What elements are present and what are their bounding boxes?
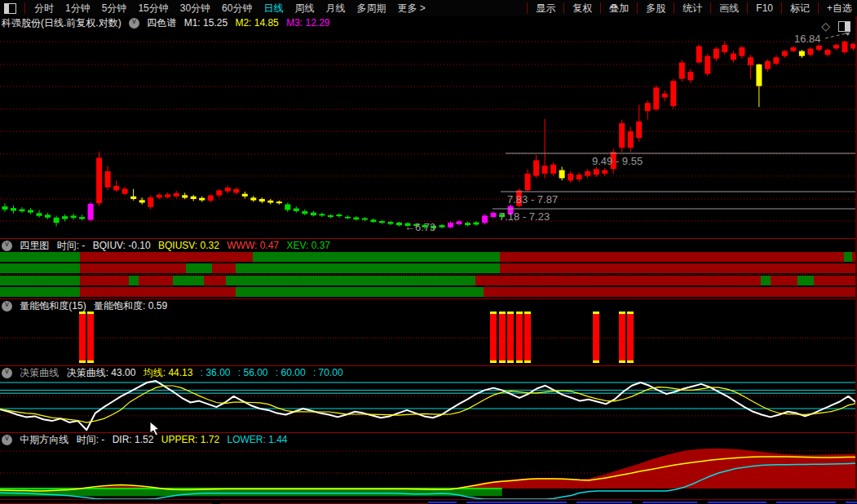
toolbar-button-画线[interactable]: 画线 xyxy=(714,2,744,15)
candle xyxy=(276,201,282,203)
collapse-chevron-icon[interactable]: ˅ xyxy=(2,241,12,251)
m2-value: M2: 14.85 xyxy=(235,17,278,29)
toolbar-button-复权[interactable]: 复权 xyxy=(568,2,597,15)
volume-saturation-panel: ˅ 量能饱和度(15) 量能饱和度: 0.59 xyxy=(0,298,857,365)
stripe-red-segment xyxy=(80,276,129,285)
candle xyxy=(440,225,445,228)
trading-app-window: 分时1分钟5分钟15分钟30分钟60分钟日线周线月线多周期更多 > 显示复权叠加… xyxy=(0,0,857,504)
toolbar-button-叠加[interactable]: 叠加 xyxy=(604,2,634,15)
decision-curve-panel: ˅ 决策曲线 决策曲线: 43.00 均线: 44.13 : 36.00 : 5… xyxy=(0,365,857,432)
price-annotation: ←6.73 xyxy=(404,221,435,233)
candle xyxy=(37,213,42,216)
stripe-green-segment xyxy=(844,252,852,262)
candle xyxy=(542,166,548,174)
toolbar-button-显示[interactable]: 显示 xyxy=(531,2,560,15)
time-axis[interactable] xyxy=(0,499,857,504)
period-tab-15分钟[interactable]: 15分钟 xyxy=(132,2,174,15)
period-tab-更多 >[interactable]: 更多 > xyxy=(391,2,431,15)
candle xyxy=(731,54,736,60)
level-70: : 70.00 xyxy=(313,367,343,378)
candle xyxy=(174,193,179,197)
toolbar-button-统计[interactable]: 统计 xyxy=(678,2,707,15)
price-annotation: 7.18 - 7.23 xyxy=(499,210,550,223)
candle xyxy=(259,199,265,201)
split-view-icon[interactable] xyxy=(838,21,850,32)
toolbar-button-+自选[interactable]: +自选 xyxy=(822,2,857,15)
candle xyxy=(568,174,573,181)
toolbar-divider xyxy=(24,2,25,14)
candle xyxy=(311,213,316,216)
candle xyxy=(799,51,805,56)
candle xyxy=(79,217,85,219)
stripe-green-segment xyxy=(797,276,814,285)
period-tab-分时[interactable]: 分时 xyxy=(29,2,60,15)
toolbar-divider xyxy=(747,2,748,14)
candle xyxy=(45,214,51,218)
collapse-chevron-icon[interactable]: ˅ xyxy=(2,368,12,378)
collapse-chevron-icon[interactable]: ˅ xyxy=(129,18,139,29)
candle xyxy=(208,196,214,201)
stripe-red-segment xyxy=(80,263,186,273)
candle xyxy=(336,214,342,216)
level-60: : 60.00 xyxy=(276,367,306,378)
period-tab-1分钟[interactable]: 1分钟 xyxy=(60,2,96,15)
stripe-green-segment xyxy=(236,263,500,273)
period-tab-5分钟[interactable]: 5分钟 xyxy=(96,2,133,15)
stripe-row xyxy=(0,263,857,273)
axis-blue-segment xyxy=(846,502,857,503)
toolbar-divider xyxy=(600,2,601,14)
candle xyxy=(302,211,307,214)
toolbar-divider xyxy=(818,2,819,14)
candle xyxy=(130,197,136,199)
candle xyxy=(396,223,402,225)
stripe-green-segment xyxy=(0,287,80,297)
toolbar-button-F10[interactable]: F10 xyxy=(751,2,778,14)
stripe-row xyxy=(0,276,857,285)
toolbar-divider xyxy=(781,2,782,14)
main-chart-header: 科强股份(日线.前复权.对数) ˅ 四色谱 M1: 15.25 M2: 14.8… xyxy=(2,17,335,29)
period-tab-30分钟[interactable]: 30分钟 xyxy=(174,2,216,15)
candle xyxy=(199,198,205,201)
period-tab-周线[interactable]: 周线 xyxy=(289,2,320,15)
stripe-red-segment xyxy=(500,252,844,262)
candle xyxy=(816,46,822,50)
stripe-green-segment xyxy=(0,263,80,273)
stripe-green-segment xyxy=(0,276,80,285)
period-tab-月线[interactable]: 月线 xyxy=(320,2,351,15)
collapse-chevron-icon[interactable]: ˅ xyxy=(2,435,12,445)
dir-value: DIR: 1.52 xyxy=(113,434,154,445)
axis-blue-segment xyxy=(466,502,567,503)
candle xyxy=(182,195,188,197)
stripe-red-segment xyxy=(475,276,761,285)
candle xyxy=(765,61,771,69)
candle xyxy=(645,103,651,111)
candle xyxy=(662,94,668,98)
candle xyxy=(773,57,779,64)
panel-name: 决策曲线 xyxy=(20,367,59,378)
candlestick-chart[interactable]: 16.849.49 - 9.557.83 - 7.877.18 - 7.23←6… xyxy=(0,16,857,238)
window-layout-icon[interactable] xyxy=(4,3,16,14)
toolbar-button-多股[interactable]: 多股 xyxy=(641,2,670,15)
toolbar-button-标记[interactable]: 标记 xyxy=(785,2,815,15)
stripe-red-segment xyxy=(484,287,857,297)
candle xyxy=(267,201,273,203)
saturation-bar xyxy=(490,312,497,363)
stripe-red-segment xyxy=(80,287,236,297)
period-tab-60分钟[interactable]: 60分钟 xyxy=(216,2,258,15)
dotted-gridline xyxy=(0,338,857,338)
level-56: : 56.00 xyxy=(238,367,268,378)
candle xyxy=(559,170,565,179)
candle xyxy=(465,223,470,225)
panel-name: 量能饱和度(15) xyxy=(20,300,86,312)
panel-name: 四里图 xyxy=(20,240,49,251)
period-tab-日线[interactable]: 日线 xyxy=(258,2,289,15)
period-tab-多周期[interactable]: 多周期 xyxy=(351,2,391,15)
mid-direction-panel: ˅ 中期方向线 时间: - DIR: 1.52 UPPER: 1.72 LOWE… xyxy=(0,432,857,499)
saturation-bar xyxy=(524,312,531,363)
diamond-icon[interactable]: ◇ xyxy=(821,20,830,32)
mid-direction-header: ˅ 中期方向线 时间: - DIR: 1.52 UPPER: 1.72 LOWE… xyxy=(2,434,293,446)
stripe-green-segment xyxy=(0,252,80,262)
collapse-chevron-icon[interactable]: ˅ xyxy=(2,301,12,312)
candle xyxy=(457,221,462,224)
m3-value: M3: 12.29 xyxy=(286,17,329,29)
